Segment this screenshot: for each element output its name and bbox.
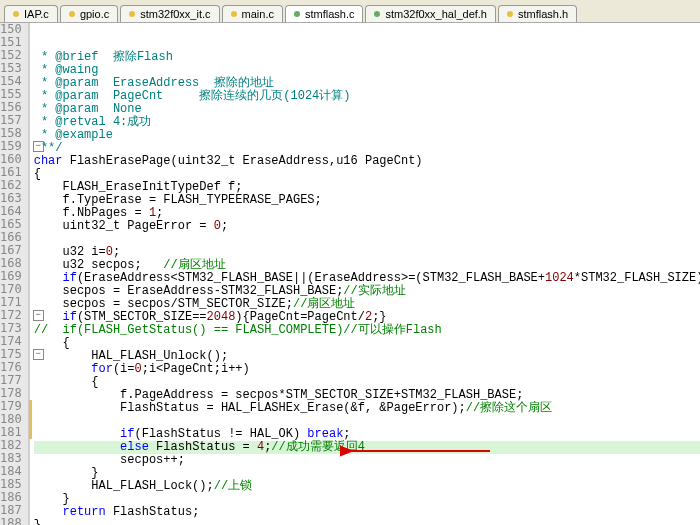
modified-dot-icon xyxy=(294,11,300,17)
tab-main-c[interactable]: main.c xyxy=(222,5,283,22)
code-editor: 1501511521531541551561571581591601611621… xyxy=(0,23,700,525)
modified-dot-icon xyxy=(129,11,135,17)
code-line[interactable]: * @retval 4:成功 xyxy=(34,116,700,129)
modified-dot-icon xyxy=(69,11,75,17)
code-line[interactable]: for(i=0;i<PageCnt;i++) xyxy=(34,363,700,376)
line-number: 188 xyxy=(0,517,22,525)
code-line[interactable] xyxy=(34,233,700,246)
tab-stmflash-h[interactable]: stmflash.h xyxy=(498,5,577,22)
modified-dot-icon xyxy=(374,11,380,17)
code-line[interactable]: } xyxy=(34,519,700,525)
modified-dot-icon xyxy=(13,11,19,17)
tab-stmflash-c[interactable]: stmflash.c xyxy=(285,5,364,22)
tab-label: stm32f0xx_it.c xyxy=(140,8,210,20)
code-line[interactable]: return FlashStatus; xyxy=(34,506,700,519)
tab-stm32f0xx_it-c[interactable]: stm32f0xx_it.c xyxy=(120,5,219,22)
tab-label: stmflash.c xyxy=(305,8,355,20)
code-line[interactable]: secpos++; xyxy=(34,454,700,467)
code-area[interactable]: * @brief 擦除Flash * @waing * @param Erase… xyxy=(30,23,700,525)
tab-stm32f0xx_hal_def-h[interactable]: stm32f0xx_hal_def.h xyxy=(365,5,496,22)
modified-dot-icon xyxy=(507,11,513,17)
code-line[interactable]: FlashStatus = HAL_FLASHEx_Erase(&f, &Pag… xyxy=(34,402,700,415)
code-line[interactable]: * @brief 擦除Flash xyxy=(34,51,700,64)
code-line[interactable]: * @example xyxy=(34,129,700,142)
tab-gpio-c[interactable]: gpio.c xyxy=(60,5,118,22)
code-line[interactable]: uint32_t PageError = 0; xyxy=(34,220,700,233)
tab-label: gpio.c xyxy=(80,8,109,20)
code-line[interactable]: // if(FLASH_GetStatus() == FLASH_COMPLET… xyxy=(34,324,700,337)
code-line[interactable]: char FlashErasePage(uint32_t EraseAddres… xyxy=(34,155,700,168)
editor-tabs: IAP.cgpio.cstm32f0xx_it.cmain.cstmflash.… xyxy=(0,0,700,23)
tab-label: IAP.c xyxy=(24,8,49,20)
tab-label: stmflash.h xyxy=(518,8,568,20)
tab-IAP-c[interactable]: IAP.c xyxy=(4,5,58,22)
line-number-gutter: 1501511521531541551561571581591601611621… xyxy=(0,23,29,525)
tab-label: stm32f0xx_hal_def.h xyxy=(385,8,487,20)
modified-dot-icon xyxy=(231,11,237,17)
tab-label: main.c xyxy=(242,8,274,20)
code-line[interactable]: HAL_FLASH_Lock();//上锁 xyxy=(34,480,700,493)
